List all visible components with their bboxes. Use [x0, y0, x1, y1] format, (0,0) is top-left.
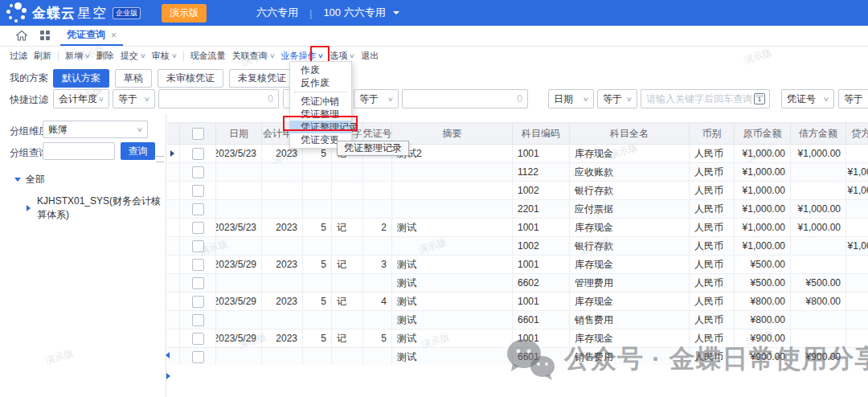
chevron-down-icon[interactable]: ∨ [171, 52, 178, 59]
table-row[interactable]: 2023/5/29 2023 5 记 4 测试 1001 库存现金 人民币 ¥8… [167, 293, 868, 311]
menu-item[interactable]: 凭证整理记录 [290, 121, 351, 133]
row-checkbox[interactable] [192, 240, 204, 252]
filter-operator-select[interactable]: 等于∨ [113, 89, 155, 108]
chevron-down-icon[interactable] [393, 11, 399, 18]
chevron-down-icon[interactable]: ∨ [268, 52, 275, 59]
cell-currency: 人民币 [690, 237, 735, 255]
toolbar-button[interactable]: 退出 ∨ [361, 50, 379, 62]
cell-account-name: 库存现金 [570, 329, 690, 347]
menu-grid-icon[interactable] [40, 31, 51, 41]
filter-value-input[interactable]: 0 [158, 89, 279, 108]
panel-collapse-left-icon[interactable] [162, 352, 170, 358]
table-row[interactable]: 2023/5/23 2023 5 记 2 测试 1001 库存现金 人民币 ¥1… [167, 219, 868, 237]
table-row[interactable]: 2023/5/29 2023 5 记 5 测试 1001 库存现金 人民币 ¥9… [167, 329, 868, 348]
group-query-input[interactable] [43, 142, 115, 160]
filter-operator-select[interactable]: 等于∨ [354, 89, 399, 108]
scheme-button[interactable]: 默认方案 [53, 69, 109, 88]
table-row[interactable]: 2023/5/29 2023 5 记 3 测试 1001 库存现金 人民币 ¥5… [167, 256, 868, 274]
row-checkbox[interactable] [192, 277, 204, 289]
table-row[interactable]: 1002 银行存款 人民币 ¥1,000.00 ¥1,000.00 [167, 237, 868, 256]
table-row[interactable]: 2023/5/23 2023 5 记 测试2 1001 库存现金 人民币 ¥1,… [167, 145, 868, 163]
header-account-code[interactable]: 科目编码 [513, 123, 570, 144]
toolbar-button[interactable]: 现金流量 ∨ [190, 50, 226, 62]
menu-item[interactable]: 凭证整理 [290, 108, 351, 121]
tree-collapsed-icon[interactable] [27, 205, 34, 211]
toolbar-button[interactable]: 选项 ∨ [330, 50, 354, 62]
header-credit-amount[interactable]: 贷方金额 [846, 123, 868, 144]
kingdee-logo-icon [6, 2, 27, 23]
cell-debit-amount: ¥1,000.00 [791, 219, 846, 236]
header-account-name[interactable]: 科目全名 [570, 123, 690, 144]
row-checkbox[interactable] [192, 351, 204, 363]
tree-item-all[interactable]: 全部 [14, 173, 45, 186]
header-summary[interactable]: 摘要 [392, 123, 513, 144]
row-checkbox[interactable] [192, 203, 204, 215]
cell-debit-amount: ¥1,000.00 [791, 200, 846, 218]
cell-date [216, 274, 262, 292]
cell-credit-amount: ¥1,000.00 [846, 182, 868, 199]
cell-date [216, 163, 262, 181]
chevron-down-icon[interactable]: ∨ [84, 52, 91, 59]
row-checkbox[interactable] [192, 314, 204, 326]
toolbar-button[interactable]: 过滤 ∨ [10, 50, 27, 62]
panel-expand-right-icon[interactable] [166, 373, 174, 379]
menu-item[interactable]: 反作废 [290, 76, 351, 89]
filter-value-input[interactable]: 0 [402, 89, 528, 108]
toolbar-button[interactable]: 刷新 ∨ [34, 50, 51, 62]
scheme-button[interactable]: 草稿 [115, 69, 152, 88]
toolbar-button[interactable]: 删除 ∨ [96, 50, 114, 62]
select-all-checkbox[interactable] [192, 128, 204, 140]
toolbar-button[interactable]: 业务操作 ∨ [280, 50, 323, 62]
row-checkbox[interactable] [192, 166, 204, 178]
scheme-button[interactable]: 未审核凭证 [158, 69, 223, 88]
filter-field-select[interactable]: 凭证号∨ [781, 89, 834, 108]
cell-checkbox [180, 348, 216, 365]
cell-no [363, 182, 392, 199]
row-checkbox[interactable] [192, 148, 204, 160]
cell-checkbox [180, 219, 216, 236]
menu-item[interactable]: 作废 [290, 63, 351, 76]
filter-operator-select[interactable]: 等于 [838, 89, 868, 108]
filter-field-select[interactable]: 会计年度∨ [53, 89, 109, 108]
scheme-button[interactable]: 未复核凭证 [229, 69, 295, 88]
chevron-down-icon[interactable]: ∨ [349, 52, 355, 59]
toolbar-button[interactable]: 新增 ∨ [65, 50, 90, 62]
table-row[interactable]: 1002 银行存款 人民币 ¥1,000.00 ¥1,000.00 [167, 182, 868, 200]
cell-currency: 人民币 [690, 311, 735, 329]
close-icon[interactable]: × [111, 30, 117, 41]
table-row[interactable]: 测试 6601 销售费用 人民币 ¥800.00 [167, 311, 868, 329]
table-row[interactable]: 测试 6602 管理费用 人民币 ¥500.00 ¥500.00 [167, 274, 868, 293]
toolbar-button[interactable]: 关联查询 ∨ [232, 50, 275, 62]
menu-item[interactable]: 凭证冲销 [290, 95, 351, 108]
toolbar-button[interactable]: 提交 ∨ [121, 50, 145, 62]
group-dimension-select[interactable]: 账簿∨ [43, 121, 148, 138]
toolbar-button[interactable]: 审核 ∨ [152, 50, 177, 62]
chevron-down-icon[interactable]: ∨ [140, 52, 146, 59]
filter-operator-select[interactable]: 等于∨ [597, 89, 637, 108]
cell-debit-amount [791, 163, 846, 181]
query-button[interactable]: 查询 [121, 142, 155, 160]
row-checkbox[interactable] [192, 222, 204, 234]
header-debit-amount[interactable]: 借方金额 [791, 123, 846, 144]
account-switcher[interactable]: 100 六六专用 [323, 6, 385, 20]
chevron-down-icon: ∨ [137, 126, 143, 133]
table-row[interactable]: 测试 6601 销售费用 人民币 ¥900.00 ¥900.00 [167, 348, 868, 365]
calendar-icon[interactable]: 1 [754, 93, 765, 104]
home-icon[interactable] [16, 31, 27, 41]
row-checkbox[interactable] [192, 185, 204, 197]
tab-voucher-query[interactable]: 凭证查询 × [60, 26, 123, 46]
row-checkbox[interactable] [192, 259, 204, 271]
filter-field-select[interactable]: 日期∨ [548, 89, 594, 108]
splitter-handle[interactable] [156, 156, 164, 162]
keyword-search-input[interactable] [641, 89, 770, 108]
row-checkbox[interactable] [192, 296, 204, 308]
tree-expanded-icon[interactable] [14, 178, 21, 185]
org-name[interactable]: 六六专用 [256, 6, 298, 20]
tree-item-accounting-system[interactable]: KJHSTX01_SYS(财务会计核算体系) [27, 194, 166, 222]
header-date[interactable]: 日期 [216, 123, 262, 144]
header-original-amount[interactable]: 原币金额 [735, 123, 791, 144]
header-currency[interactable]: 币别 [690, 123, 735, 144]
table-row[interactable]: 1122 应收账款 人民币 ¥1,000.00 ¥1,000.00 [167, 163, 868, 182]
table-row[interactable]: 2201 应付票据 人民币 ¥1,000.00 ¥1,000.00 [167, 200, 868, 219]
row-checkbox[interactable] [192, 333, 204, 345]
